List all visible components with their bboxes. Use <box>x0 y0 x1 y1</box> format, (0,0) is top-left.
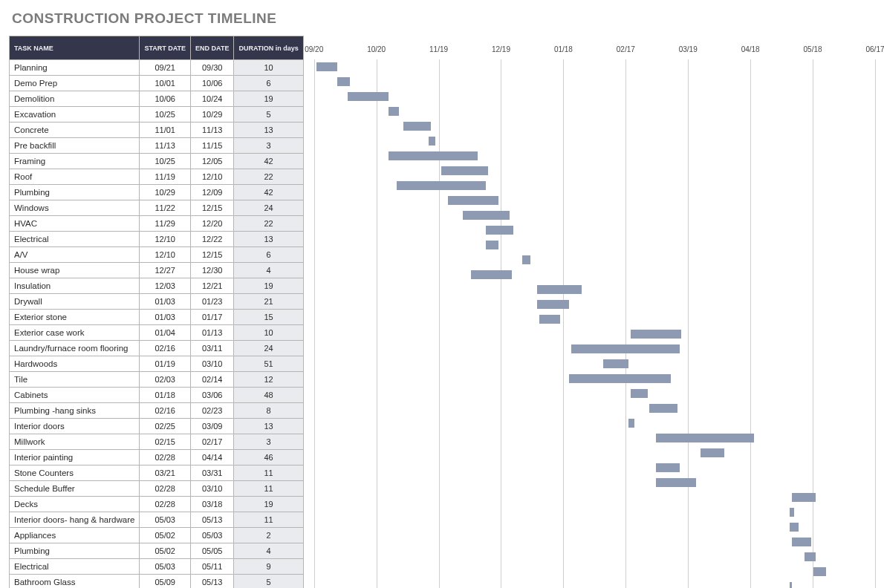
task-dur-cell: 42 <box>234 185 303 200</box>
gantt-bar <box>522 255 530 264</box>
gantt-bar <box>537 285 582 294</box>
table-row: Bathroom Glass05/0905/135 <box>10 575 304 589</box>
task-start-cell: 09/21 <box>140 60 191 76</box>
task-name-cell: Decks <box>10 497 140 512</box>
task-start-cell: 02/25 <box>140 419 191 434</box>
table-row: Plumbing10/2912/0942 <box>10 185 304 200</box>
task-dur-cell: 19 <box>234 497 303 512</box>
gantt-bar <box>813 567 826 576</box>
task-end-cell: 03/10 <box>191 481 234 497</box>
gantt-row <box>314 445 875 460</box>
task-start-cell: 10/01 <box>140 76 191 91</box>
gantt-row <box>314 238 875 252</box>
task-end-cell: 12/21 <box>191 278 234 294</box>
table-row: Insulation12/0312/2119 <box>10 278 304 294</box>
task-name-cell: Plumbing -hang sinks <box>10 403 140 419</box>
gantt-bar <box>603 359 628 368</box>
task-dur-cell: 10 <box>234 60 303 76</box>
table-row: Appliances05/0205/032 <box>10 528 304 543</box>
col-task: TASK NAME <box>10 36 140 60</box>
table-row: Demolition10/0610/2419 <box>10 91 304 107</box>
task-dur-cell: 22 <box>234 169 303 185</box>
task-end-cell: 05/13 <box>191 512 234 528</box>
task-name-cell: Planning <box>10 60 140 76</box>
table-row: Demo Prep10/0110/066 <box>10 76 304 91</box>
page-title: CONSTRUCTION PROJECT TIMELINE <box>12 10 875 27</box>
task-start-cell: 12/10 <box>140 232 191 247</box>
task-end-cell: 12/09 <box>191 185 234 200</box>
table-row: Tile02/0302/1412 <box>10 372 304 388</box>
task-name-cell: Concrete <box>10 122 140 138</box>
gantt-bar <box>805 552 815 561</box>
task-name-cell: Insulation <box>10 278 140 294</box>
task-start-cell: 02/03 <box>140 372 191 388</box>
table-row: Drywall01/0301/2321 <box>10 294 304 310</box>
gantt-bar <box>790 523 798 532</box>
gantt-bar <box>537 300 569 309</box>
task-name-cell: Millwork <box>10 434 140 450</box>
gantt-row <box>314 549 875 564</box>
gantt-row <box>314 579 875 588</box>
task-name-cell: Pre backfill <box>10 138 140 154</box>
gantt-bar <box>571 344 680 353</box>
task-end-cell: 12/20 <box>191 216 234 232</box>
task-dur-cell: 11 <box>234 481 303 497</box>
task-end-cell: 03/31 <box>191 466 234 481</box>
gantt-row <box>314 386 875 401</box>
table-row: Interior painting02/2804/1446 <box>10 450 304 466</box>
task-dur-cell: 21 <box>234 294 303 310</box>
gantt-bar <box>429 137 435 146</box>
gantt-row <box>314 59 875 74</box>
axis-tick: 05/18 <box>804 45 822 53</box>
gantt-bar <box>397 181 486 190</box>
gantt-row <box>314 223 875 238</box>
task-end-cell: 12/05 <box>191 154 234 169</box>
gantt-row <box>314 178 875 193</box>
task-name-cell: HVAC <box>10 216 140 232</box>
gantt-bar <box>486 226 513 235</box>
col-start: START DATE <box>140 36 191 60</box>
task-end-cell: 02/14 <box>191 372 234 388</box>
task-end-cell: 12/22 <box>191 232 234 247</box>
task-name-cell: Tile <box>10 372 140 388</box>
task-name-cell: Drywall <box>10 294 140 310</box>
task-dur-cell: 3 <box>234 434 303 450</box>
task-name-cell: Electrical <box>10 559 140 575</box>
task-dur-cell: 24 <box>234 200 303 216</box>
task-dur-cell: 13 <box>234 419 303 434</box>
gantt-bar <box>463 211 510 220</box>
task-start-cell: 11/19 <box>140 169 191 185</box>
task-start-cell: 02/16 <box>140 341 191 356</box>
gantt-bar <box>649 404 677 413</box>
task-end-cell: 12/10 <box>191 169 234 185</box>
gantt-bar <box>656 463 679 472</box>
task-name-cell: Bathroom Glass <box>10 575 140 589</box>
axis-tick: 03/19 <box>679 45 698 53</box>
gantt-bar <box>441 166 488 175</box>
task-start-cell: 01/19 <box>140 356 191 372</box>
task-start-cell: 10/25 <box>140 107 191 122</box>
gantt-row <box>314 342 875 356</box>
task-end-cell: 11/15 <box>191 138 234 154</box>
axis-tick: 10/20 <box>367 45 386 53</box>
gantt-bar <box>790 508 794 517</box>
task-end-cell: 10/29 <box>191 107 234 122</box>
gantt-bar <box>656 434 754 442</box>
task-name-cell: Demolition <box>10 91 140 107</box>
timeline-container: TASK NAME START DATE END DATE DURATION i… <box>9 36 875 588</box>
gantt-row <box>314 371 875 386</box>
gantt-row <box>314 252 875 267</box>
gantt-bar <box>569 374 671 383</box>
task-start-cell: 11/01 <box>140 122 191 138</box>
gantt-row <box>314 208 875 223</box>
gantt-bar <box>448 196 499 205</box>
gantt-bar <box>792 493 815 502</box>
gantt-bar <box>701 448 724 457</box>
gantt-bar <box>348 92 388 101</box>
task-name-cell: Roof <box>10 169 140 185</box>
gantt-bar <box>337 77 350 86</box>
task-name-cell: Interior painting <box>10 450 140 466</box>
task-start-cell: 02/28 <box>140 481 191 497</box>
task-name-cell: Interior doors- hang & hardware <box>10 512 140 528</box>
gantt-row <box>314 564 875 579</box>
